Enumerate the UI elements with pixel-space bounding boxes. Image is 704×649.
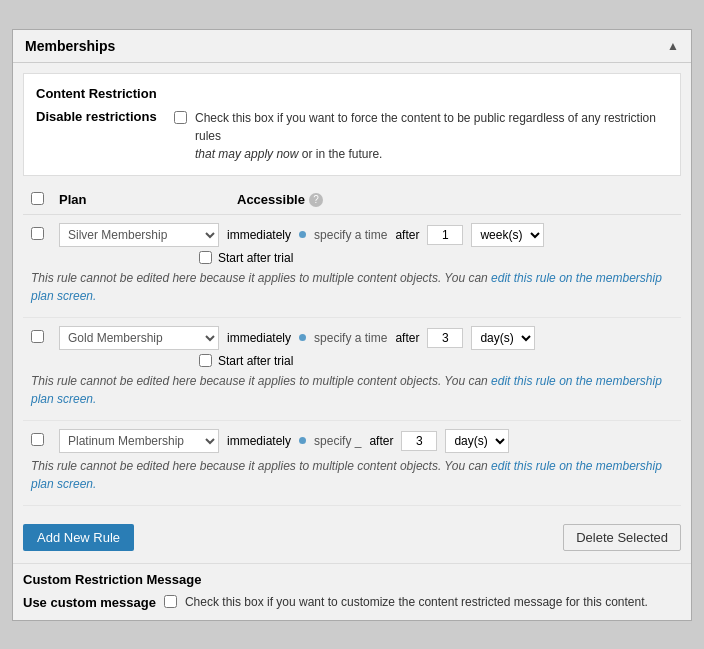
use-custom-message-label: Use custom message	[23, 595, 156, 610]
custom-restriction-section: Custom Restriction Message Use custom me…	[13, 563, 691, 620]
platinum-immediately[interactable]: immediately	[227, 434, 291, 448]
platinum-notice: This rule cannot be edited here because …	[31, 457, 673, 493]
gold-trial-label: Start after trial	[218, 354, 293, 368]
disable-restrictions-desc: Check this box if you want to force the …	[195, 109, 668, 163]
silver-period-select[interactable]: week(s)	[471, 223, 544, 247]
accessible-info-icon[interactable]: ?	[309, 193, 323, 207]
content-restriction-title: Content Restriction	[36, 86, 668, 101]
custom-restriction-title: Custom Restriction Message	[23, 572, 681, 587]
plan-column-header: Plan	[59, 192, 86, 207]
silver-immediately[interactable]: immediately	[227, 228, 291, 242]
select-all-checkbox[interactable]	[31, 192, 44, 205]
platinum-period-select[interactable]: day(s)	[445, 429, 509, 453]
membership-row-gold: Gold Membership immediately specify a ti…	[23, 318, 681, 421]
silver-plan-select[interactable]: Silver Membership	[59, 223, 219, 247]
use-custom-message-row: Use custom message Check this box if you…	[23, 595, 681, 610]
platinum-checkbox[interactable]	[31, 433, 44, 446]
gold-plan-select[interactable]: Gold Membership	[59, 326, 219, 350]
gold-dot	[299, 334, 306, 341]
delete-selected-button[interactable]: Delete Selected	[563, 524, 681, 551]
platinum-specify[interactable]: specify _	[314, 434, 361, 448]
gold-checkbox[interactable]	[31, 330, 44, 343]
gold-trial-checkbox[interactable]	[199, 354, 212, 367]
disable-restrictions-label: Disable restrictions	[36, 109, 166, 124]
membership-row-silver: Silver Membership immediately specify a …	[23, 215, 681, 318]
table-header: Plan Accessible ?	[23, 186, 681, 215]
silver-dot	[299, 231, 306, 238]
gold-immediately[interactable]: immediately	[227, 331, 291, 345]
accessible-column-header: Accessible	[237, 192, 305, 207]
panel-header: Memberships ▲	[13, 30, 691, 63]
silver-trial-checkbox[interactable]	[199, 251, 212, 264]
silver-notice: This rule cannot be edited here because …	[31, 269, 673, 305]
collapse-icon[interactable]: ▲	[667, 39, 679, 53]
platinum-dot	[299, 437, 306, 444]
platinum-after: after	[369, 434, 393, 448]
memberships-panel: Memberships ▲ Content Restriction Disabl…	[12, 29, 692, 621]
use-custom-message-desc: Check this box if you want to customize …	[185, 595, 648, 609]
action-buttons-row: Add New Rule Delete Selected	[13, 516, 691, 559]
disable-restrictions-checkbox[interactable]	[174, 111, 187, 124]
silver-trial-label: Start after trial	[218, 251, 293, 265]
membership-row-platinum: Platinum Membership immediately specify …	[23, 421, 681, 506]
add-new-rule-button[interactable]: Add New Rule	[23, 524, 134, 551]
silver-after: after	[395, 228, 419, 242]
gold-after: after	[395, 331, 419, 345]
panel-title: Memberships	[25, 38, 115, 54]
silver-checkbox[interactable]	[31, 227, 44, 240]
gold-notice: This rule cannot be edited here because …	[31, 372, 673, 408]
gold-specify[interactable]: specify a time	[314, 331, 387, 345]
disable-restrictions-row: Disable restrictions Check this box if y…	[36, 109, 668, 163]
use-custom-message-checkbox[interactable]	[164, 595, 177, 608]
gold-number-input[interactable]	[427, 328, 463, 348]
gold-period-select[interactable]: day(s)	[471, 326, 535, 350]
silver-specify[interactable]: specify a time	[314, 228, 387, 242]
content-restriction-box: Content Restriction Disable restrictions…	[23, 73, 681, 176]
silver-number-input[interactable]	[427, 225, 463, 245]
platinum-number-input[interactable]	[401, 431, 437, 451]
platinum-plan-select[interactable]: Platinum Membership	[59, 429, 219, 453]
memberships-table: Plan Accessible ? Silver Membership imme…	[23, 186, 681, 506]
